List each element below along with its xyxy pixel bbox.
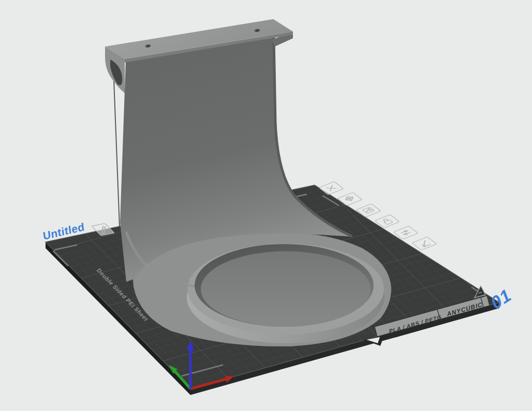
cup-pocket-floor <box>201 251 371 327</box>
scene-canvas[interactable]: PLA / ABS / PETG ANYCUBIC Double Sided P… <box>0 0 532 411</box>
slicer-3d-viewport[interactable]: PLA / ABS / PETG ANYCUBIC Double Sided P… <box>0 0 532 411</box>
